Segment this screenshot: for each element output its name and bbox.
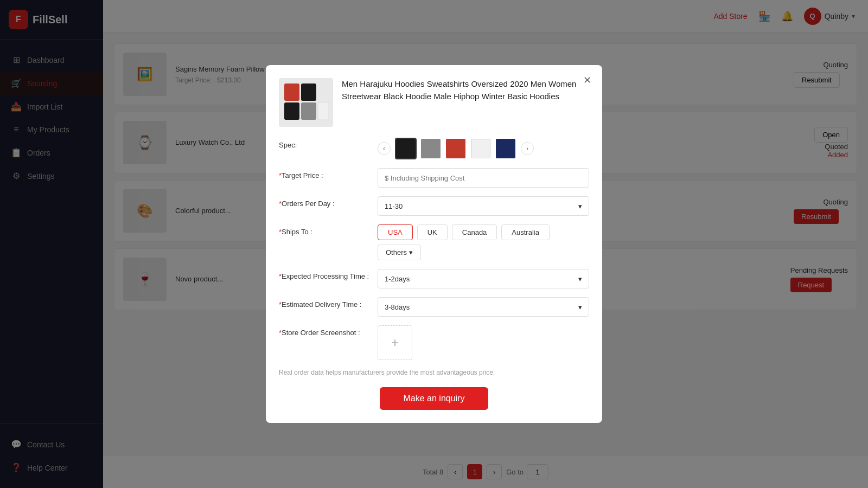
spec-control: ‹ › (378, 138, 589, 159)
svg-rect-4 (318, 102, 329, 120)
orders-per-day-select[interactable]: 11-30 ▾ (378, 196, 589, 216)
spec-label: Spec: (279, 138, 371, 149)
delivery-time-control: 3-8days ▾ (378, 297, 589, 317)
spec-prev-button[interactable]: ‹ (378, 142, 391, 155)
swatch-navy[interactable] (495, 138, 516, 159)
ships-canada-button[interactable]: Canada (452, 224, 497, 240)
swatch-gray[interactable] (420, 138, 442, 159)
ships-to-options: USA UK Canada Australia (378, 224, 589, 240)
modal-overlay[interactable]: ✕ Men Harajuku Hoodies Sweatshirts Overs… (0, 0, 868, 488)
modal: ✕ Men Harajuku Hoodies Sweatshirts Overs… (266, 65, 602, 423)
swatch-black[interactable] (395, 138, 417, 159)
screenshot-label: *Store Order Screenshot : (279, 325, 371, 337)
screenshot-control: + (378, 325, 589, 360)
target-price-row: *Target Price : (279, 168, 589, 188)
ships-uk-button[interactable]: UK (417, 224, 448, 240)
swatch-red[interactable] (445, 138, 467, 159)
spec-row: Spec: ‹ › (279, 138, 589, 159)
ships-usa-button[interactable]: USA (378, 224, 413, 240)
upload-button[interactable]: + (378, 325, 412, 360)
delivery-time-select[interactable]: 3-8days ▾ (378, 297, 589, 317)
processing-time-label: *Expected Processing Time : (279, 269, 371, 280)
chevron-down-icon: ▾ (578, 303, 582, 311)
chevron-down-icon: ▾ (578, 202, 582, 210)
svg-rect-0 (284, 84, 299, 101)
make-inquiry-button[interactable]: Make an inquiry (380, 387, 488, 410)
spec-swatches (395, 138, 516, 159)
processing-time-select[interactable]: 1-2days ▾ (378, 269, 589, 288)
orders-per-day-control: 11-30 ▾ (378, 196, 589, 216)
svg-rect-1 (301, 84, 316, 101)
orders-per-day-row: *Orders Per Day : 11-30 ▾ (279, 196, 589, 216)
ships-to-label: *Ships To : (279, 224, 371, 236)
chevron-down-icon: ▾ (578, 275, 582, 283)
delivery-time-label: *Estimated Delivery Time : (279, 297, 371, 309)
helper-text: Real order data helps manufacturers prov… (279, 369, 589, 376)
spec-swatches-row: ‹ › (378, 138, 589, 159)
chevron-down-icon: ▾ (409, 248, 413, 256)
delivery-time-row: *Estimated Delivery Time : 3-8days ▾ (279, 297, 589, 317)
ships-australia-button[interactable]: Australia (501, 224, 550, 240)
target-price-control (378, 168, 589, 188)
orders-per-day-label: *Orders Per Day : (279, 196, 371, 208)
svg-rect-3 (301, 102, 316, 120)
target-price-label: *Target Price : (279, 168, 371, 179)
svg-rect-2 (284, 102, 299, 120)
target-price-input[interactable] (378, 168, 589, 188)
processing-time-row: *Expected Processing Time : 1-2days ▾ (279, 269, 589, 288)
close-button[interactable]: ✕ (580, 74, 593, 87)
ships-others-button[interactable]: Others ▾ (378, 245, 421, 260)
modal-product-title: Men Harajuku Hoodies Sweatshirts Oversiz… (342, 78, 589, 127)
processing-time-control: 1-2days ▾ (378, 269, 589, 288)
modal-header: Men Harajuku Hoodies Sweatshirts Oversiz… (279, 78, 589, 127)
screenshot-row: *Store Order Screenshot : + (279, 325, 589, 360)
ships-to-control: USA UK Canada Australia Others ▾ (378, 224, 589, 260)
spec-next-button[interactable]: › (521, 142, 534, 155)
ships-to-row: *Ships To : USA UK Canada Australia Othe… (279, 224, 589, 260)
modal-product-image (279, 78, 333, 127)
swatch-white[interactable] (470, 138, 492, 159)
